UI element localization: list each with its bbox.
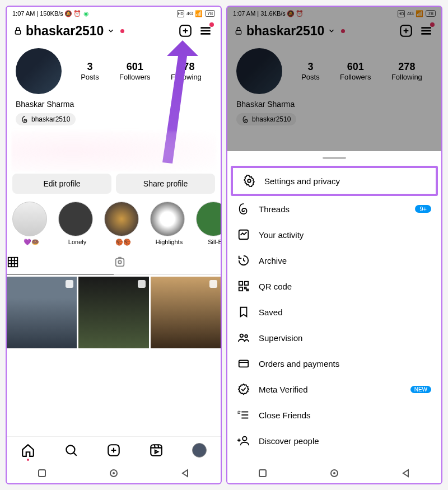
menu-settings-privacy[interactable]: Settings and privacy bbox=[233, 168, 436, 194]
menu-label: Meta Verified bbox=[259, 385, 308, 394]
highlight-item[interactable]: 🏀🏀 bbox=[104, 202, 142, 246]
add-person-icon bbox=[237, 435, 250, 447]
svg-point-43 bbox=[240, 334, 244, 338]
time-label: 1:07 AM bbox=[12, 10, 35, 17]
menu-button[interactable] bbox=[197, 22, 214, 39]
sheet-handle[interactable] bbox=[323, 157, 346, 159]
menu-saved[interactable]: Saved bbox=[227, 299, 441, 325]
menu-label: Discover people bbox=[259, 436, 319, 446]
svg-rect-54 bbox=[259, 470, 266, 477]
svg-marker-24 bbox=[155, 450, 158, 453]
menu-label: QR code bbox=[259, 282, 292, 291]
display-name: Bhaskar Sharma bbox=[7, 99, 221, 110]
screenshot-right: 1:07 AM| 31.6KB/s 🔕 ⏰ HD 4G 📶 78 bhaskar… bbox=[226, 6, 442, 484]
tab-tagged[interactable] bbox=[114, 250, 221, 274]
svg-point-36 bbox=[248, 179, 251, 183]
svg-line-22 bbox=[155, 445, 155, 447]
post-thumbnail[interactable] bbox=[151, 277, 221, 348]
threads-handle: bhaskar2510 bbox=[31, 115, 70, 123]
svg-point-44 bbox=[245, 335, 248, 338]
menu-label: Settings and privacy bbox=[264, 176, 340, 186]
menu-label: Saved bbox=[259, 307, 283, 317]
menu-discover[interactable]: Discover people bbox=[227, 428, 441, 454]
svg-rect-40 bbox=[239, 287, 242, 291]
profile-avatar[interactable] bbox=[16, 48, 62, 94]
svg-marker-57 bbox=[403, 470, 408, 477]
svg-line-23 bbox=[158, 445, 159, 447]
sys-home[interactable] bbox=[109, 468, 119, 478]
activity-icon bbox=[237, 228, 250, 241]
sys-back[interactable] bbox=[402, 469, 410, 478]
menu-activity[interactable]: Your activity bbox=[227, 222, 441, 248]
hd-icon: HD bbox=[177, 10, 184, 17]
bottom-sheet: Settings and privacy Threads 9+ Your act… bbox=[227, 151, 441, 463]
menu-qr[interactable]: QR code bbox=[227, 273, 441, 299]
list-star-icon bbox=[237, 409, 250, 421]
nav-reels[interactable] bbox=[149, 443, 164, 458]
sys-back[interactable] bbox=[181, 469, 190, 478]
svg-point-15 bbox=[66, 445, 74, 454]
battery-indicator: 78 bbox=[205, 10, 215, 17]
post-thumbnail[interactable] bbox=[78, 277, 148, 348]
menu-orders[interactable]: Orders and payments bbox=[227, 351, 441, 376]
multi-post-icon bbox=[138, 280, 146, 288]
svg-point-27 bbox=[113, 472, 115, 474]
svg-rect-8 bbox=[8, 258, 18, 267]
create-button[interactable] bbox=[177, 22, 194, 39]
threads-badge[interactable]: bhaskar2510 bbox=[16, 113, 76, 125]
alarm-icon: ⏰ bbox=[74, 10, 81, 17]
svg-rect-25 bbox=[39, 470, 45, 477]
stat-posts[interactable]: 3Posts bbox=[81, 61, 99, 81]
threads-icon bbox=[21, 116, 29, 123]
menu-meta-verified[interactable]: Meta Verified NEW bbox=[227, 376, 441, 402]
whatsapp-icon: ◉ bbox=[83, 10, 90, 17]
badge-count: 9+ bbox=[415, 205, 431, 213]
stat-followers[interactable]: 601Followers bbox=[119, 61, 151, 81]
svg-line-16 bbox=[73, 452, 76, 455]
username-dropdown[interactable]: bhaskar2510 bbox=[26, 24, 104, 39]
highlight-item[interactable]: Sill-B bbox=[196, 202, 221, 246]
menu-supervision[interactable]: Supervision bbox=[227, 325, 441, 351]
system-nav bbox=[7, 463, 221, 483]
highlights-row[interactable]: 💜🍩 Lonely 🏀🏀 Highlights Sill-B bbox=[7, 194, 221, 250]
archive-icon bbox=[237, 254, 250, 267]
modal-scrim[interactable] bbox=[227, 7, 441, 151]
svg-marker-28 bbox=[183, 470, 188, 477]
svg-point-14 bbox=[118, 260, 122, 264]
share-profile-button[interactable]: Share profile bbox=[116, 174, 215, 194]
bio-blurred bbox=[11, 131, 216, 171]
svg-point-56 bbox=[333, 472, 335, 474]
gear-icon bbox=[243, 175, 255, 187]
svg-marker-50 bbox=[237, 411, 241, 414]
nav-profile[interactable] bbox=[192, 443, 207, 458]
highlight-item[interactable]: Highlights bbox=[150, 202, 188, 246]
menu-close-friends[interactable]: Close Friends bbox=[227, 402, 441, 428]
nav-home[interactable] bbox=[21, 443, 35, 458]
notification-dot bbox=[120, 29, 124, 33]
highlight-item[interactable]: Lonely bbox=[58, 202, 96, 246]
menu-archive[interactable]: Archive bbox=[227, 248, 441, 273]
nav-create[interactable] bbox=[106, 443, 121, 458]
menu-threads[interactable]: Threads 9+ bbox=[227, 196, 441, 222]
edit-profile-button[interactable]: Edit profile bbox=[12, 174, 111, 194]
sys-recent[interactable] bbox=[258, 469, 267, 478]
netspeed-label: 150KB/s bbox=[40, 10, 63, 17]
sys-home[interactable] bbox=[329, 468, 339, 478]
svg-rect-45 bbox=[239, 361, 249, 367]
tab-grid[interactable] bbox=[7, 250, 114, 274]
chevron-down-icon[interactable] bbox=[107, 27, 115, 35]
threads-icon bbox=[237, 203, 250, 215]
menu-label: Orders and payments bbox=[259, 359, 339, 368]
highlight-item[interactable]: 💜🍩 bbox=[12, 202, 50, 246]
post-thumbnail[interactable] bbox=[7, 277, 77, 348]
nav-search[interactable] bbox=[64, 443, 78, 458]
signal-icon: 📶 bbox=[195, 10, 203, 17]
menu-label: Supervision bbox=[259, 333, 302, 343]
qr-icon bbox=[237, 280, 250, 292]
bookmark-icon bbox=[237, 306, 250, 318]
svg-point-51 bbox=[242, 437, 246, 441]
status-bar: 1:07 AM | 150KB/s 🔕 ⏰ ◉ HD 4G 📶 78 bbox=[7, 7, 221, 20]
lock-icon bbox=[13, 26, 22, 35]
stat-following[interactable]: 278Following bbox=[171, 61, 202, 81]
sys-recent[interactable] bbox=[38, 469, 46, 478]
